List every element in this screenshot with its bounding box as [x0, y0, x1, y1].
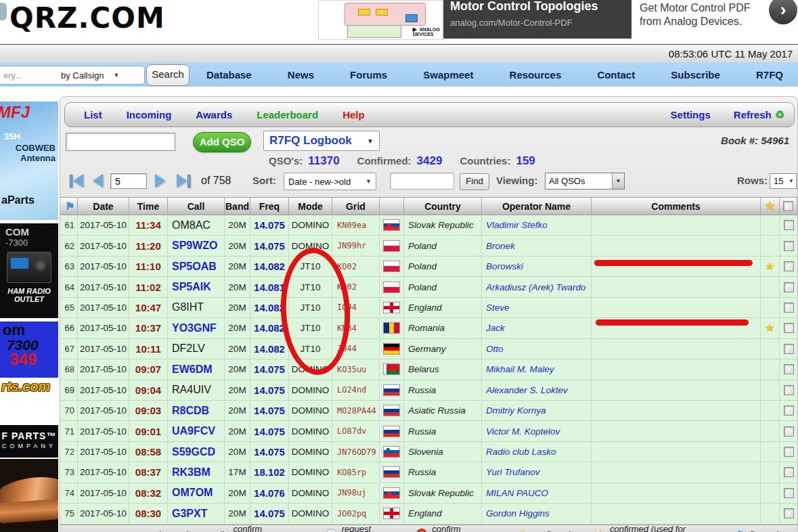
- chevron-down-icon[interactable]: ▼: [612, 173, 624, 189]
- col-header-country[interactable]: Country: [404, 198, 482, 215]
- logbook-select[interactable]: R7FQ Logbook ▼: [263, 131, 380, 151]
- col-header-band[interactable]: Band: [225, 198, 250, 215]
- sidebar-ad-gigaparts[interactable]: rts.com: [0, 378, 58, 401]
- sidebar-ad-ham-radio-outlet[interactable]: COM -7300 HAM RADIO OUTLET: [0, 223, 58, 318]
- qso-comments: [592, 483, 761, 503]
- callsign-link[interactable]: SP9WZO: [168, 236, 225, 255]
- pager-page-input[interactable]: [110, 173, 147, 189]
- operator-name-link[interactable]: Yuri Trufanov: [482, 462, 592, 482]
- operator-name-link[interactable]: Vladimir Stefko: [482, 215, 592, 235]
- tab-help[interactable]: Help: [342, 109, 365, 120]
- add-qso-button[interactable]: Add QSO: [193, 132, 251, 152]
- ad-banner[interactable]: Motor Control Topologies analog.com/Moto…: [443, 0, 631, 39]
- row-checkbox[interactable]: [784, 344, 794, 354]
- callsign-link[interactable]: UA9FCV: [168, 421, 225, 441]
- operator-name-link[interactable]: Gordon Higgins: [482, 504, 592, 523]
- checkbox-cell: [780, 380, 797, 400]
- nav-item-swapmeet[interactable]: Swapmeet: [423, 69, 473, 81]
- callsign-link[interactable]: YO3GNF: [168, 318, 225, 338]
- operator-name-link[interactable]: Jack: [482, 318, 592, 338]
- col-header-freq[interactable]: Freq: [250, 198, 289, 215]
- callsign-link[interactable]: G3PXT: [168, 504, 225, 523]
- row-checkbox[interactable]: [784, 405, 794, 416]
- col-header-operator[interactable]: Operator Name: [482, 198, 592, 215]
- col-header-time[interactable]: Time: [129, 198, 168, 215]
- callsign-search-widget[interactable]: ery... by Callsign ▼: [0, 66, 145, 85]
- row-checkbox[interactable]: [784, 282, 794, 292]
- select-all-checkbox[interactable]: [783, 201, 793, 211]
- nav-item-resources[interactable]: Resources: [510, 69, 562, 81]
- search-by-dropdown[interactable]: by Callsign: [61, 70, 104, 81]
- tab-leaderboard[interactable]: Leaderboard: [257, 109, 318, 120]
- row-number: 61: [60, 215, 78, 235]
- nav-item-callsign[interactable]: R7FQ: [756, 69, 783, 81]
- search-button[interactable]: Search: [146, 64, 190, 86]
- row-checkbox[interactable]: [784, 508, 794, 518]
- callsign-link[interactable]: OM7OM: [168, 483, 225, 503]
- row-checkbox[interactable]: [784, 261, 794, 271]
- ad-model-text: 35H: [4, 131, 58, 141]
- row-checkbox[interactable]: [784, 303, 794, 313]
- operator-name-link[interactable]: MILAN PAUCO: [482, 483, 592, 503]
- operator-name-link[interactable]: Steve: [482, 298, 592, 317]
- col-header-grid[interactable]: Grid: [332, 198, 380, 215]
- pager-prev-button[interactable]: [93, 174, 103, 187]
- row-checkbox[interactable]: [784, 488, 794, 498]
- row-checkbox[interactable]: [784, 220, 794, 230]
- pager-last-button[interactable]: [177, 174, 190, 187]
- rows-select[interactable]: 15 ▼: [770, 173, 797, 189]
- sidebar-ad-copper-strap[interactable]: [0, 459, 58, 532]
- nav-item-database[interactable]: Database: [206, 69, 252, 81]
- callsign-link[interactable]: S59GCD: [168, 442, 225, 462]
- operator-name-link[interactable]: Alexander S. Loktev: [482, 380, 592, 400]
- refresh-link[interactable]: Refresh ♻: [734, 108, 784, 121]
- col-header-call[interactable]: Call: [168, 198, 225, 215]
- nav-item-news[interactable]: News: [288, 69, 314, 81]
- operator-name-link[interactable]: Bronek: [482, 236, 592, 255]
- callsign-link[interactable]: R8CDB: [168, 401, 225, 420]
- add-qso-input[interactable]: [66, 133, 175, 151]
- viewing-select[interactable]: All QSOs ▼: [545, 173, 625, 190]
- operator-name-link[interactable]: Victor M. Koptelov: [482, 421, 592, 441]
- search-query-text[interactable]: ery...: [0, 70, 61, 81]
- callsign-link[interactable]: RK3BM: [168, 462, 225, 482]
- row-checkbox[interactable]: [784, 385, 794, 395]
- col-header-comments[interactable]: Comments: [592, 198, 761, 215]
- row-checkbox[interactable]: [784, 241, 794, 251]
- operator-name-link[interactable]: Borowski: [482, 257, 592, 276]
- pager-first-button[interactable]: [70, 174, 83, 187]
- find-button[interactable]: Find: [460, 173, 489, 190]
- operator-name-link[interactable]: Otto: [482, 339, 592, 359]
- nav-item-contact[interactable]: Contact: [597, 69, 635, 81]
- tab-awards[interactable]: Awards: [196, 109, 232, 120]
- row-checkbox[interactable]: [784, 467, 794, 477]
- sort-select[interactable]: Date - new->old ▼: [284, 173, 376, 190]
- nav-item-subscribe[interactable]: Subscribe: [671, 69, 720, 81]
- ad-next-arrow-button[interactable]: ›: [769, 0, 797, 24]
- settings-link[interactable]: Settings: [671, 109, 711, 120]
- pager-next-button[interactable]: [155, 174, 165, 187]
- qrz-logo[interactable]: QRZ.COM: [9, 1, 165, 35]
- ad-thumbnail-image[interactable]: ANALOGDEVICES: [318, 0, 443, 40]
- qso-country: Poland: [404, 236, 482, 255]
- col-header-date[interactable]: Date: [78, 198, 129, 215]
- sidebar-ad-mfj-cobweb[interactable]: MFJ 35H COBWEB Antenna aParts: [0, 102, 58, 220]
- row-checkbox[interactable]: [784, 447, 794, 457]
- row-checkbox[interactable]: [784, 323, 794, 333]
- sidebar-ad-ic7300-price[interactable]: om 7300 349: [0, 322, 58, 378]
- callsign-link[interactable]: SP5OAB: [168, 257, 225, 276]
- sidebar-ad-rf-parts[interactable]: F PARTS™ COMPANY: [0, 425, 58, 458]
- operator-name-link[interactable]: Dmitriy Kornya: [482, 401, 592, 420]
- nav-item-forums[interactable]: Forums: [350, 69, 387, 81]
- operator-name-link[interactable]: Radio club Lasko: [482, 442, 592, 462]
- row-checkbox[interactable]: [784, 364, 794, 374]
- callsign-link[interactable]: EW6DM: [168, 359, 225, 379]
- find-input[interactable]: [390, 173, 454, 190]
- col-header-mode[interactable]: Mode: [289, 198, 332, 215]
- operator-name-link[interactable]: Arkadiusz (Arek) Twardo: [482, 277, 592, 296]
- tab-incoming[interactable]: Incoming: [127, 109, 172, 120]
- row-checkbox[interactable]: [784, 426, 794, 437]
- tab-list[interactable]: List: [84, 109, 102, 120]
- callsign-link[interactable]: SP5AIK: [168, 277, 225, 296]
- operator-name-link[interactable]: Mikhail M. Maley: [482, 359, 592, 379]
